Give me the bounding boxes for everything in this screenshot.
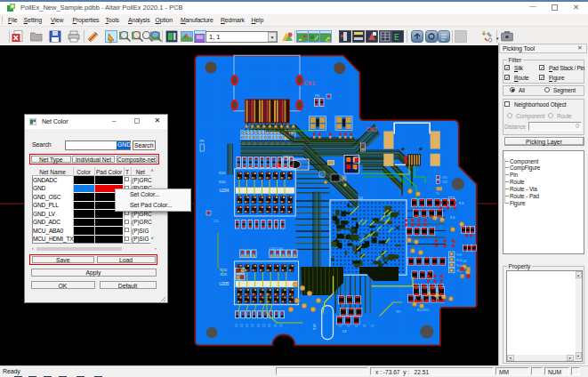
svg-text:C1: C1 [363,324,366,327]
svg-text:C3: C3 [268,324,271,327]
svg-text:C3: C3 [257,324,261,327]
svg-text:Y1: Y1 [436,192,439,196]
svg-text:U204: U204 [220,188,230,193]
svg-text:FL8: FL8 [457,253,463,257]
svg-text:C3: C3 [262,324,266,327]
svg-text:R18: R18 [459,202,464,205]
svg-text:C3: C3 [246,324,249,327]
svg-text:C3: C3 [235,324,238,327]
svg-text:C3: C3 [240,324,244,327]
svg-text:R201: R201 [219,172,226,175]
svg-text:J4: J4 [354,167,358,171]
svg-text:E: E [394,33,399,43]
svg-text:C1: C1 [355,324,358,327]
svg-text:CN1: CN1 [304,80,316,87]
svg-text:C1: C1 [339,324,342,327]
svg-text:C3: C3 [279,324,283,327]
svg-text:R110 R111: R110 R111 [417,309,430,312]
svg-text:U205: U205 [220,282,230,286]
svg-text:A: A [184,32,189,40]
svg-text:TP2: TP2 [396,310,401,314]
svg-text:C21: C21 [213,220,219,223]
svg-text:C3: C3 [274,324,278,327]
svg-text:FL4: FL4 [457,264,463,268]
svg-text:R16: R16 [450,216,455,220]
svg-text:C1: C1 [347,324,350,327]
svg-text:CN2: CN2 [366,126,378,133]
svg-text:TP5: TP5 [199,140,205,143]
svg-text:CK1: CK1 [442,176,447,180]
svg-text:C44: C44 [462,260,467,263]
svg-text:R205: R205 [219,180,226,184]
svg-text:U1: U1 [358,196,364,200]
svg-text:CK2: CK2 [442,180,447,184]
svg-text:U3: U3 [342,330,346,333]
svg-text:C307 C306: C307 C306 [270,247,284,251]
svg-text:R187: R187 [313,323,317,330]
svg-text:C3: C3 [251,324,254,327]
svg-text:C1: C1 [371,324,375,327]
svg-text:FB1: FB1 [315,94,320,98]
